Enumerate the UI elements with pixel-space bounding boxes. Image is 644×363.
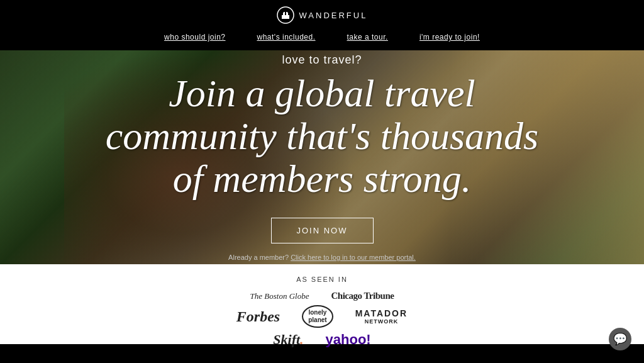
as-seen-in-section: AS SEEN IN The Boston Globe Chicago Trib… bbox=[0, 264, 644, 344]
hero-title: Join a global travel community that's th… bbox=[99, 72, 545, 201]
lonely-planet-logo: lonely planet bbox=[302, 305, 333, 328]
member-login-text: Already a member? Click here to log in t… bbox=[99, 254, 545, 261]
skift-logo: Skift. bbox=[273, 332, 303, 348]
press-logos-row-1: The Boston Globe Chicago Tribune bbox=[0, 291, 644, 301]
castle-globe-icon bbox=[277, 6, 294, 24]
svg-rect-4 bbox=[284, 12, 285, 13]
member-portal-link[interactable]: Click here to log in to our member porta… bbox=[291, 254, 416, 261]
press-logos-row-2: Forbes lonely planet MATADORNETWORK bbox=[0, 305, 644, 328]
site-header: WANDERFUL who should join? what's includ… bbox=[0, 0, 644, 50]
join-now-button[interactable]: JOIN NOW bbox=[271, 218, 374, 243]
nav-take-a-tour[interactable]: take a tour. bbox=[347, 33, 388, 42]
logo[interactable]: WANDERFUL bbox=[277, 6, 368, 24]
press-logos-row-3: Skift. yahoo! bbox=[0, 332, 644, 348]
hero-content: love to travel? Join a global travel com… bbox=[86, 53, 558, 262]
chicago-tribune-logo: Chicago Tribune bbox=[331, 291, 394, 301]
boston-globe-logo: The Boston Globe bbox=[250, 291, 309, 301]
hero-section: love to travel? Join a global travel com… bbox=[0, 50, 644, 264]
svg-rect-5 bbox=[286, 12, 287, 13]
matador-logo: MATADORNETWORK bbox=[355, 308, 408, 325]
yahoo-logo: yahoo! bbox=[326, 332, 371, 348]
nav-who-should-join[interactable]: who should join? bbox=[164, 33, 225, 42]
chat-icon: 💬 bbox=[613, 333, 627, 345]
as-seen-in-label: AS SEEN IN bbox=[0, 276, 644, 283]
nav-whats-included[interactable]: what's included. bbox=[257, 33, 316, 42]
forbes-logo: Forbes bbox=[236, 308, 280, 325]
already-member-text: Already a member? bbox=[228, 254, 289, 261]
chat-button[interactable]: 💬 bbox=[609, 328, 631, 350]
svg-rect-3 bbox=[282, 15, 289, 19]
main-nav: who should join? what's included. take a… bbox=[164, 29, 480, 45]
nav-ready-to-join[interactable]: i'm ready to join! bbox=[419, 33, 480, 42]
logo-text: WANDERFUL bbox=[299, 11, 368, 20]
hero-subtitle: love to travel? bbox=[99, 53, 545, 67]
